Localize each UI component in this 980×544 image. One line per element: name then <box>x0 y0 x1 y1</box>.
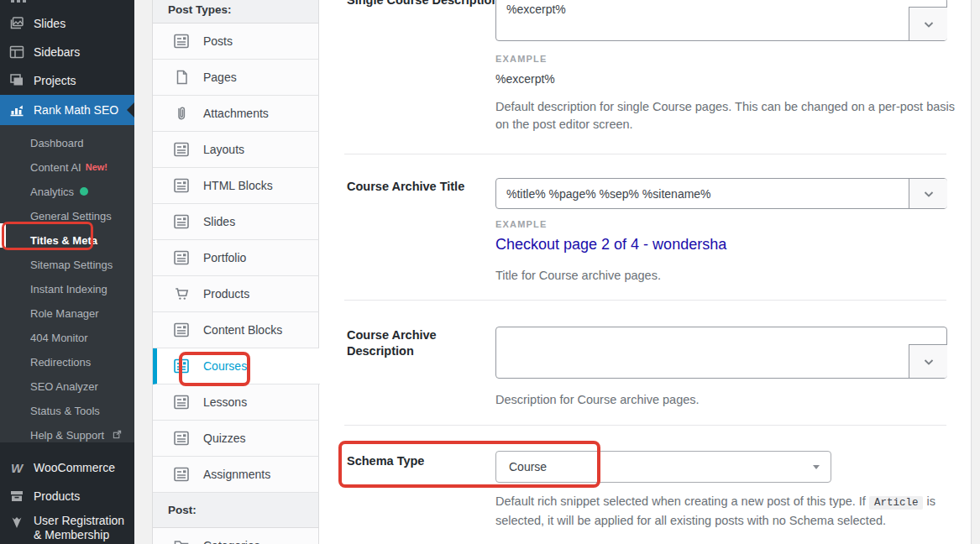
course-archive-description-textarea[interactable] <box>495 327 947 379</box>
titles-meta-settings-content: Single Course Description %excerpt% EXAM… <box>319 0 972 544</box>
course-archive-title-field <box>495 178 947 209</box>
submenu-item-analytics[interactable]: Analytics <box>0 180 134 204</box>
chevron-down-icon <box>922 18 935 31</box>
course-archive-description-field <box>495 327 947 379</box>
code-chip: Article <box>869 496 924 510</box>
example-heading: EXAMPLE <box>495 219 548 229</box>
schema-type-selected-value: Course <box>509 460 547 473</box>
sidebar-item-user-registration[interactable]: User Registration & Membership <box>0 512 134 542</box>
course-archive-description-label: Course Archive Description <box>347 327 473 359</box>
post-type-tab-portfolio[interactable]: Portfolio <box>153 240 319 276</box>
sidebars-icon <box>8 44 25 60</box>
post-type-tab-html-blocks[interactable]: HTML Blocks <box>153 168 319 204</box>
sidebar-item-projects[interactable]: Projects <box>0 66 134 95</box>
sidebar-item-sidebars[interactable]: Sidebars <box>0 38 134 66</box>
single-course-description-textarea[interactable]: %excerpt% <box>495 0 947 41</box>
wp-admin-sidebar: Slides Sidebars Projects Rank Math SEO D… <box>0 0 134 544</box>
submenu-item-sitemap-settings[interactable]: Sitemap Settings <box>0 253 134 277</box>
post-types-panel: Post Types: Posts Pages Attachments Layo… <box>152 0 319 544</box>
post-icon <box>173 466 190 483</box>
rank-math-icon <box>8 102 25 118</box>
sidebar-item-label: Projects <box>34 74 76 87</box>
post-icon <box>173 322 190 338</box>
post-type-tab-lessons[interactable]: Lessons <box>153 384 319 421</box>
submenu-item-instant-indexing[interactable]: Instant Indexing <box>0 277 134 301</box>
submenu-item-content-ai[interactable]: Content AINew! <box>0 155 134 180</box>
submenu-item-seo-analyzer[interactable]: SEO Analyzer <box>0 374 134 399</box>
post-type-tab-attachments[interactable]: Attachments <box>153 96 319 132</box>
sidebar-item-label: WooCommerce <box>34 461 115 474</box>
wordpress-admin-screen: Slides Sidebars Projects Rank Math SEO D… <box>0 0 980 544</box>
post-type-tab-slides[interactable]: Slides <box>153 204 319 240</box>
post-type-tab-assignments[interactable]: Assignments <box>153 457 319 493</box>
post-type-tab-pages[interactable]: Pages <box>153 60 319 96</box>
section-divider <box>344 154 946 154</box>
course-archive-title-label: Course Archive Title <box>347 179 464 195</box>
post-type-tab-courses[interactable]: Courses <box>153 348 320 384</box>
submenu-item-dashboard[interactable]: Dashboard <box>0 131 134 155</box>
variables-dropdown-button[interactable] <box>909 344 947 378</box>
page-icon <box>173 69 190 86</box>
post-type-tab-products[interactable]: Products <box>153 276 319 312</box>
sidebar-item-products[interactable]: Products <box>0 482 134 510</box>
post-icon <box>173 141 190 158</box>
post-icon <box>173 249 190 266</box>
post-type-tab-quizzes[interactable]: Quizzes <box>153 421 319 457</box>
single-course-description-label: Single Course Description <box>347 0 499 8</box>
post-icon <box>173 430 190 447</box>
sidebar-item-label: Sidebars <box>34 45 80 59</box>
post-taxonomies-header: Post: <box>153 493 319 528</box>
category-icon <box>173 537 190 544</box>
post-type-tab-posts[interactable]: Posts <box>153 24 319 60</box>
cut-off-menu-icon <box>11 0 14 3</box>
sidebar-item-label: Rank Math SEO <box>34 103 118 117</box>
post-type-tab-content-blocks[interactable]: Content Blocks <box>153 312 319 348</box>
slides-icon <box>8 15 25 32</box>
sidebar-item-label: User Registration & Membership <box>34 514 126 542</box>
sidebar-item-woocommerce[interactable]: W WooCommerce <box>0 453 134 482</box>
schema-type-select[interactable]: Course <box>495 451 831 483</box>
example-heading: EXAMPLE <box>495 54 548 64</box>
example-value: %excerpt% <box>495 72 555 86</box>
rank-math-submenu: Dashboard Content AINew! Analytics Gener… <box>0 125 134 442</box>
submenu-item-404-monitor[interactable]: 404 Monitor <box>0 326 134 350</box>
new-badge: New! <box>86 162 107 172</box>
sidebar-item-label: Slides <box>34 17 66 30</box>
projects-icon <box>8 72 25 89</box>
submenu-item-general-settings[interactable]: General Settings <box>0 204 134 228</box>
woocommerce-icon: W <box>8 461 25 475</box>
taxonomy-tab-categories[interactable]: Categories <box>153 528 319 544</box>
post-icon <box>173 213 190 230</box>
sidebar-item-rank-math-seo[interactable]: Rank Math SEO <box>0 95 134 125</box>
serp-preview-title: Checkout page 2 of 4 - wondersha <box>495 236 726 254</box>
section-divider <box>344 300 946 301</box>
field-help-text: Default rich snippet selected when creat… <box>495 493 959 530</box>
post-type-tab-layouts[interactable]: Layouts <box>153 132 319 168</box>
schema-type-label: Schema Type <box>347 453 424 469</box>
submenu-item-redirections[interactable]: Redirections <box>0 350 134 374</box>
post-icon <box>173 177 190 194</box>
chevron-down-icon <box>922 355 935 369</box>
chevron-down-icon <box>922 187 935 201</box>
select-arrow-icon <box>813 465 820 469</box>
submenu-item-titles-meta[interactable]: Titles & Meta <box>0 228 134 253</box>
submenu-item-role-manager[interactable]: Role Manager <box>0 301 134 326</box>
variables-dropdown-button[interactable] <box>909 179 947 208</box>
sidebar-item-label: Products <box>34 489 80 503</box>
cart-icon <box>173 285 190 302</box>
course-archive-title-input[interactable] <box>495 178 947 209</box>
external-link-icon <box>113 430 122 439</box>
submenu-item-help-support[interactable]: Help & Support <box>0 423 134 447</box>
analytics-status-dot <box>80 187 88 196</box>
sidebar-item-slides[interactable]: Slides <box>0 9 134 38</box>
field-help-text: Description for Course archive pages. <box>495 391 700 409</box>
post-icon <box>173 33 190 50</box>
variables-dropdown-button[interactable] <box>909 7 947 40</box>
user-registration-icon <box>8 515 25 531</box>
paperclip-icon <box>173 105 190 122</box>
field-help-text: Title for Course archive pages. <box>495 267 661 285</box>
post-icon <box>173 358 190 374</box>
submenu-item-status-tools[interactable]: Status & Tools <box>0 399 134 423</box>
section-divider <box>344 425 946 426</box>
post-icon <box>173 394 190 411</box>
